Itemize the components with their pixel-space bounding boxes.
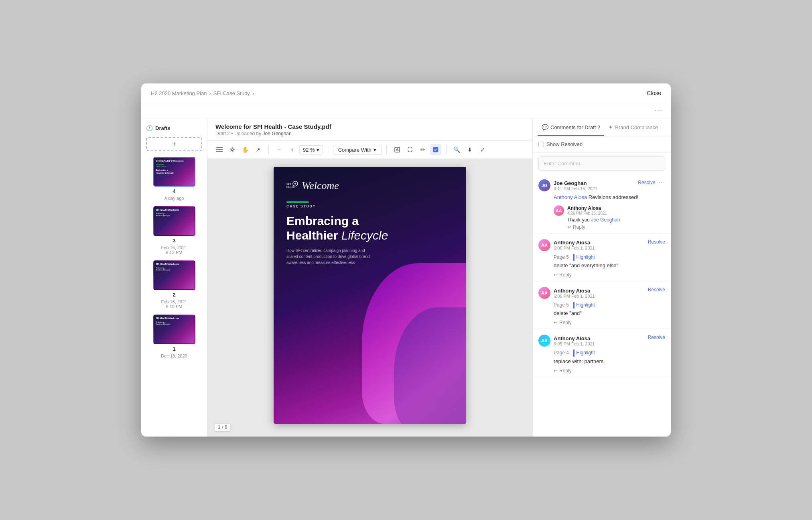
comment-actions-1: Resolve ··· <box>638 179 665 186</box>
right-panel: 💬 Comments for Draft 2 ✦ Brand Complianc… <box>532 118 671 437</box>
draft-item-1[interactable]: SFI HEALTH ✿ Welcome Embracing aHealthie… <box>146 315 202 358</box>
draft-thumb-4: SFI HEALTH ✿ Welcome CASE STUDY Embracin… <box>153 157 195 187</box>
select-button[interactable]: ↗ <box>252 144 264 155</box>
zoom-value: 92 % <box>303 147 315 153</box>
reply-button-1-nested[interactable]: ↩ Reply <box>567 224 665 230</box>
add-draft-button[interactable]: + <box>146 137 202 151</box>
expand-button[interactable]: ⤢ <box>477 144 488 155</box>
more-button-1[interactable]: ··· <box>659 179 665 186</box>
avatar-joe: JG <box>538 179 550 191</box>
avatar-anthony-4: AA <box>538 335 550 347</box>
draft-thumb-1: SFI HEALTH ✿ Welcome Embracing aHealthie… <box>153 315 195 344</box>
reply-button-4[interactable]: ↩ Reply <box>554 368 665 374</box>
compare-with-button[interactable]: Compare With ▾ <box>333 145 382 155</box>
reply-label-1: Reply <box>573 224 585 230</box>
breadcrumb-sep-2: › <box>252 90 254 96</box>
top-bar: H2 2020 Marketing Plan › SFI Case Study … <box>141 83 671 103</box>
nested-user-row-1: AA Anthony Aiosa 4:26 PM Feb 16, 2021 <box>554 205 665 216</box>
comment-meta-2: Anthony Aiosa 6:06 PM Feb 1, 2021 <box>554 240 595 250</box>
toolbar-group-left: ✋ ↗ <box>214 144 264 155</box>
draft-item-4[interactable]: SFI HEALTH ✿ Welcome CASE STUDY Embracin… <box>146 157 202 201</box>
nested-author-1: Anthony Aiosa <box>567 205 607 211</box>
nested-meta-1: Anthony Aiosa 4:26 PM Feb 16, 2021 <box>567 205 607 215</box>
reply-label-4: Reply <box>559 368 572 374</box>
comment-page-tag-4: Page 4 <box>554 349 569 356</box>
comment-text-3: delete "and" <box>554 310 665 317</box>
annotate-tool-button[interactable] <box>430 144 441 155</box>
close-button[interactable]: Close <box>647 90 661 96</box>
toolbar: ✋ ↗ − + 92 % ▾ Compare With ▾ <box>207 141 532 159</box>
zoom-in-button[interactable]: + <box>286 144 298 155</box>
comment-tag-3: Page 5 | Highlight <box>554 302 595 309</box>
comment-author-4: Anthony Aiosa <box>554 335 595 341</box>
toolbar-divider-1 <box>268 145 269 154</box>
more-options-button[interactable]: ··· <box>654 106 663 115</box>
comment-time-4: 6:05 PM Feb 1, 2021 <box>554 341 595 346</box>
download-button[interactable]: ⬇ <box>464 144 475 155</box>
avatar-anthony-3: AA <box>538 287 550 299</box>
zoom-selector[interactable]: 92 % ▾ <box>299 145 323 154</box>
tab-brand-compliance[interactable]: ✦ Brand Compliance <box>604 118 662 136</box>
panel-actions: Show Resolved <box>533 136 671 152</box>
sidebar-toggle-button[interactable] <box>214 144 225 155</box>
search-button[interactable]: 🔍 <box>451 144 463 155</box>
comment-author-3: Anthony Aiosa <box>554 288 595 294</box>
text-tool-button[interactable] <box>392 144 403 155</box>
draft-num-1: 1 <box>173 346 175 352</box>
content-area: Welcome for SFI Health - Case Study.pdf … <box>207 118 532 437</box>
pdf-logo-area: SFI HEALTH Welcome <box>286 180 453 192</box>
mention-joe: Joe Geoghan <box>591 217 620 223</box>
comment-thread-1: JG Joe Geoghan 3:11 PM Feb 16, 2021 Reso… <box>533 174 671 234</box>
case-study-label: CASE STUDY <box>286 201 453 208</box>
pdf-viewer: SFI HEALTH Welcome CASE STUDY <box>207 159 532 437</box>
avatar-anthony-2: AA <box>538 239 550 251</box>
nested-comment-1: AA Anthony Aiosa 4:26 PM Feb 16, 2021 Th… <box>538 205 665 230</box>
reply-button-3[interactable]: ↩ Reply <box>554 320 665 325</box>
draft-date-4: A day ago <box>164 196 184 201</box>
mention-1: Anthony Aiosa <box>554 194 587 200</box>
draft-item-3[interactable]: SFI HEALTH ✿ Welcome Embracing aHealthie… <box>146 206 202 255</box>
avatar-anthony-1: AA <box>554 205 564 216</box>
reply-icon-3: ↩ <box>554 320 558 325</box>
resolve-button-3[interactable]: Resolve <box>648 287 665 292</box>
comment-tag-2: Page 5 | Highlight <box>554 254 595 261</box>
comment-author-1: Joe Geoghan <box>554 180 597 186</box>
pdf-title-line1: Embracing a <box>286 214 359 228</box>
zoom-out-button[interactable]: − <box>274 144 285 155</box>
resolve-button-4[interactable]: Resolve <box>648 335 665 340</box>
resolve-button-2[interactable]: Resolve <box>648 239 665 245</box>
show-resolved-checkbox[interactable] <box>538 142 544 147</box>
toolbar-group-zoom: − + 92 % ▾ <box>274 144 323 155</box>
drafts-label: Drafts <box>155 125 171 131</box>
pdf-subtitle: How SFI centralized campaign planning an… <box>286 248 375 266</box>
tab-comments[interactable]: 💬 Comments for Draft 2 <box>538 118 604 136</box>
crop-tool-button[interactable] <box>404 144 416 155</box>
sidebar: 🕐 Drafts + SFI HEALTH ✿ Welcome CASE STU… <box>141 118 207 437</box>
reply-area-3: ↩ Reply <box>538 320 665 325</box>
comment-meta-4: Anthony Aiosa 6:05 PM Feb 1, 2021 <box>554 335 595 346</box>
reply-button-2[interactable]: ↩ Reply <box>554 272 665 278</box>
comment-header-1: JG Joe Geoghan 3:11 PM Feb 16, 2021 Reso… <box>538 179 665 191</box>
breadcrumb: H2 2020 Marketing Plan › SFI Case Study … <box>151 90 254 96</box>
comment-page-tag-3: Page 5 <box>554 302 569 309</box>
breadcrumb-item-2[interactable]: SFI Case Study <box>213 90 250 96</box>
draft-thumb-3: SFI HEALTH ✿ Welcome Embracing aHealthie… <box>153 206 195 236</box>
case-study-text: CASE STUDY <box>286 204 453 208</box>
breadcrumb-item-1[interactable]: H2 2020 Marketing Plan <box>151 90 207 96</box>
draft-item-2[interactable]: SFI HEALTH ✿ Welcome Embracing aHealthie… <box>146 260 202 309</box>
resolve-button-1[interactable]: Resolve <box>638 180 655 185</box>
draw-tool-button[interactable]: ✏ <box>417 144 428 155</box>
toolbar-divider-2 <box>328 145 328 154</box>
svg-text:HEALTH: HEALTH <box>286 186 295 188</box>
show-resolved-toggle[interactable]: Show Resolved <box>538 141 583 147</box>
settings-button[interactable] <box>227 144 238 155</box>
brand-tab-label: Brand Compliance <box>615 124 658 130</box>
highlight-tag-4: Highlight <box>573 349 595 356</box>
draft-list: SFI HEALTH ✿ Welcome CASE STUDY Embracin… <box>146 157 202 358</box>
comment-text-2: delete "and everything else" <box>554 262 665 270</box>
reply-area-4: ↩ Reply <box>538 368 665 374</box>
comment-input[interactable]: Enter Comment... <box>538 156 665 171</box>
pan-button[interactable]: ✋ <box>240 144 251 155</box>
comment-page-tag-2: Page 5 <box>554 254 569 261</box>
svg-rect-7 <box>434 149 437 150</box>
